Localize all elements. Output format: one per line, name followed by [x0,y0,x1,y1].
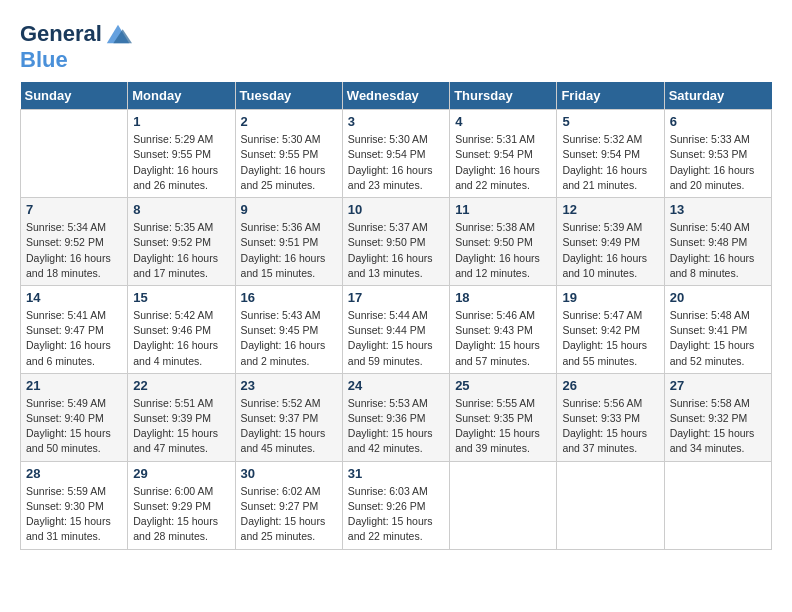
day-number: 8 [133,202,229,217]
day-info: Sunrise: 5:33 AMSunset: 9:53 PMDaylight:… [670,132,766,193]
day-info: Sunrise: 5:42 AMSunset: 9:46 PMDaylight:… [133,308,229,369]
day-info: Sunrise: 5:36 AMSunset: 9:51 PMDaylight:… [241,220,337,281]
day-number: 4 [455,114,551,129]
day-info: Sunrise: 5:37 AMSunset: 9:50 PMDaylight:… [348,220,444,281]
day-info: Sunrise: 5:58 AMSunset: 9:32 PMDaylight:… [670,396,766,457]
calendar-cell: 25Sunrise: 5:55 AMSunset: 9:35 PMDayligh… [450,373,557,461]
calendar-cell: 21Sunrise: 5:49 AMSunset: 9:40 PMDayligh… [21,373,128,461]
calendar-cell: 20Sunrise: 5:48 AMSunset: 9:41 PMDayligh… [664,285,771,373]
day-info: Sunrise: 5:31 AMSunset: 9:54 PMDaylight:… [455,132,551,193]
day-number: 27 [670,378,766,393]
day-header-wednesday: Wednesday [342,82,449,110]
calendar-cell: 10Sunrise: 5:37 AMSunset: 9:50 PMDayligh… [342,198,449,286]
calendar-cell: 26Sunrise: 5:56 AMSunset: 9:33 PMDayligh… [557,373,664,461]
logo-blue-text: Blue [20,47,68,72]
calendar-cell: 19Sunrise: 5:47 AMSunset: 9:42 PMDayligh… [557,285,664,373]
day-number: 2 [241,114,337,129]
calendar-cell: 29Sunrise: 6:00 AMSunset: 9:29 PMDayligh… [128,461,235,549]
calendar-cell: 5Sunrise: 5:32 AMSunset: 9:54 PMDaylight… [557,110,664,198]
day-info: Sunrise: 6:03 AMSunset: 9:26 PMDaylight:… [348,484,444,545]
day-number: 16 [241,290,337,305]
day-info: Sunrise: 5:40 AMSunset: 9:48 PMDaylight:… [670,220,766,281]
day-number: 17 [348,290,444,305]
day-info: Sunrise: 5:44 AMSunset: 9:44 PMDaylight:… [348,308,444,369]
day-number: 7 [26,202,122,217]
calendar-cell: 6Sunrise: 5:33 AMSunset: 9:53 PMDaylight… [664,110,771,198]
day-number: 15 [133,290,229,305]
calendar-cell [557,461,664,549]
day-header-saturday: Saturday [664,82,771,110]
day-number: 5 [562,114,658,129]
day-info: Sunrise: 6:02 AMSunset: 9:27 PMDaylight:… [241,484,337,545]
calendar-cell: 30Sunrise: 6:02 AMSunset: 9:27 PMDayligh… [235,461,342,549]
day-number: 18 [455,290,551,305]
calendar-cell: 1Sunrise: 5:29 AMSunset: 9:55 PMDaylight… [128,110,235,198]
day-info: Sunrise: 5:43 AMSunset: 9:45 PMDaylight:… [241,308,337,369]
calendar-cell: 24Sunrise: 5:53 AMSunset: 9:36 PMDayligh… [342,373,449,461]
calendar-cell: 15Sunrise: 5:42 AMSunset: 9:46 PMDayligh… [128,285,235,373]
day-info: Sunrise: 5:35 AMSunset: 9:52 PMDaylight:… [133,220,229,281]
calendar-cell: 2Sunrise: 5:30 AMSunset: 9:55 PMDaylight… [235,110,342,198]
day-number: 13 [670,202,766,217]
day-number: 28 [26,466,122,481]
day-info: Sunrise: 5:51 AMSunset: 9:39 PMDaylight:… [133,396,229,457]
calendar-cell: 22Sunrise: 5:51 AMSunset: 9:39 PMDayligh… [128,373,235,461]
calendar-cell: 31Sunrise: 6:03 AMSunset: 9:26 PMDayligh… [342,461,449,549]
calendar-cell: 18Sunrise: 5:46 AMSunset: 9:43 PMDayligh… [450,285,557,373]
day-number: 21 [26,378,122,393]
calendar-cell [21,110,128,198]
calendar-cell: 23Sunrise: 5:52 AMSunset: 9:37 PMDayligh… [235,373,342,461]
week-row-4: 21Sunrise: 5:49 AMSunset: 9:40 PMDayligh… [21,373,772,461]
day-info: Sunrise: 5:48 AMSunset: 9:41 PMDaylight:… [670,308,766,369]
calendar-cell: 27Sunrise: 5:58 AMSunset: 9:32 PMDayligh… [664,373,771,461]
day-number: 25 [455,378,551,393]
calendar-cell: 14Sunrise: 5:41 AMSunset: 9:47 PMDayligh… [21,285,128,373]
day-number: 6 [670,114,766,129]
week-row-2: 7Sunrise: 5:34 AMSunset: 9:52 PMDaylight… [21,198,772,286]
logo: General Blue [20,20,132,72]
week-row-1: 1Sunrise: 5:29 AMSunset: 9:55 PMDaylight… [21,110,772,198]
header-row: SundayMondayTuesdayWednesdayThursdayFrid… [21,82,772,110]
day-number: 22 [133,378,229,393]
day-number: 29 [133,466,229,481]
day-number: 23 [241,378,337,393]
day-info: Sunrise: 5:53 AMSunset: 9:36 PMDaylight:… [348,396,444,457]
day-info: Sunrise: 5:55 AMSunset: 9:35 PMDaylight:… [455,396,551,457]
page-header: General Blue [20,20,772,72]
day-info: Sunrise: 5:56 AMSunset: 9:33 PMDaylight:… [562,396,658,457]
day-info: Sunrise: 5:47 AMSunset: 9:42 PMDaylight:… [562,308,658,369]
day-header-sunday: Sunday [21,82,128,110]
day-number: 12 [562,202,658,217]
calendar-cell: 16Sunrise: 5:43 AMSunset: 9:45 PMDayligh… [235,285,342,373]
day-number: 3 [348,114,444,129]
day-info: Sunrise: 5:52 AMSunset: 9:37 PMDaylight:… [241,396,337,457]
day-header-monday: Monday [128,82,235,110]
day-info: Sunrise: 6:00 AMSunset: 9:29 PMDaylight:… [133,484,229,545]
day-number: 19 [562,290,658,305]
day-number: 30 [241,466,337,481]
calendar-table: SundayMondayTuesdayWednesdayThursdayFrid… [20,82,772,549]
day-info: Sunrise: 5:59 AMSunset: 9:30 PMDaylight:… [26,484,122,545]
day-header-thursday: Thursday [450,82,557,110]
day-header-tuesday: Tuesday [235,82,342,110]
calendar-cell: 9Sunrise: 5:36 AMSunset: 9:51 PMDaylight… [235,198,342,286]
day-number: 26 [562,378,658,393]
day-number: 10 [348,202,444,217]
day-info: Sunrise: 5:38 AMSunset: 9:50 PMDaylight:… [455,220,551,281]
logo-icon [104,20,132,48]
day-info: Sunrise: 5:32 AMSunset: 9:54 PMDaylight:… [562,132,658,193]
day-header-friday: Friday [557,82,664,110]
day-info: Sunrise: 5:30 AMSunset: 9:55 PMDaylight:… [241,132,337,193]
day-info: Sunrise: 5:39 AMSunset: 9:49 PMDaylight:… [562,220,658,281]
day-number: 1 [133,114,229,129]
day-number: 20 [670,290,766,305]
day-number: 24 [348,378,444,393]
week-row-3: 14Sunrise: 5:41 AMSunset: 9:47 PMDayligh… [21,285,772,373]
calendar-cell: 11Sunrise: 5:38 AMSunset: 9:50 PMDayligh… [450,198,557,286]
calendar-cell: 13Sunrise: 5:40 AMSunset: 9:48 PMDayligh… [664,198,771,286]
day-info: Sunrise: 5:30 AMSunset: 9:54 PMDaylight:… [348,132,444,193]
day-number: 9 [241,202,337,217]
calendar-cell [450,461,557,549]
calendar-cell: 12Sunrise: 5:39 AMSunset: 9:49 PMDayligh… [557,198,664,286]
day-number: 31 [348,466,444,481]
